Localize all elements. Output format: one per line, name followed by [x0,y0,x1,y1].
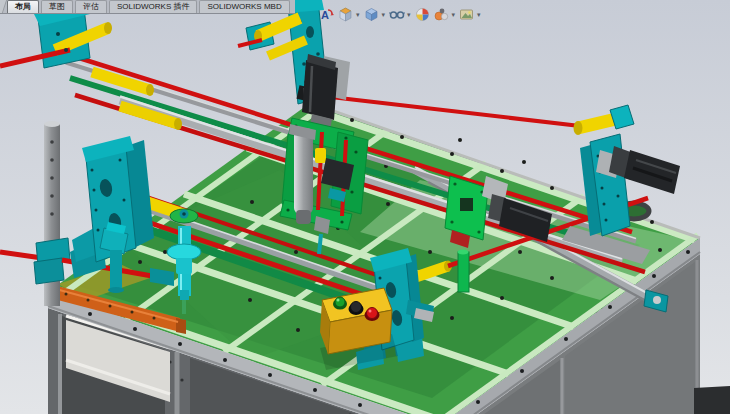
view-orientation-dropdown[interactable]: ▾ [356,11,360,19]
tab-solidworks-mbd[interactable]: SOLIDWORKS MBD [199,0,289,13]
hide-show-items-dropdown[interactable]: ▾ [407,11,411,19]
command-manager-tab-bar: 布局 草图 评估 SOLIDWORKS 插件 SOLIDWORKS MBD [0,0,295,14]
heads-up-view-toolbar: A ▾ ▾ [318,6,482,23]
tab-layout[interactable]: 布局 [7,0,39,13]
svg-text:A: A [321,9,329,21]
tab-sketch[interactable]: 草图 [41,0,73,13]
view-orientation-icon[interactable] [337,6,354,23]
tab-evaluate[interactable]: 评估 [75,0,107,13]
display-style-dropdown[interactable]: ▾ [382,11,386,19]
edit-appearance-icon[interactable] [414,6,431,23]
hide-show-items-icon[interactable] [388,6,405,23]
control-pendant [320,288,398,370]
graphics-viewport[interactable] [0,0,730,414]
view-settings-icon[interactable] [458,6,475,23]
display-style-icon[interactable] [363,6,380,23]
view-settings-dropdown[interactable]: ▾ [477,11,481,19]
tab-solidworks-addins[interactable]: SOLIDWORKS 插件 [109,0,197,13]
dynamic-annotation-views-icon[interactable]: A [318,6,335,23]
solidworks-window: 布局 草图 评估 SOLIDWORKS 插件 SOLIDWORKS MBD A … [0,0,730,414]
green-post [458,250,470,293]
apply-scene-dropdown[interactable]: ▾ [452,11,456,19]
apply-scene-icon[interactable] [433,6,450,23]
